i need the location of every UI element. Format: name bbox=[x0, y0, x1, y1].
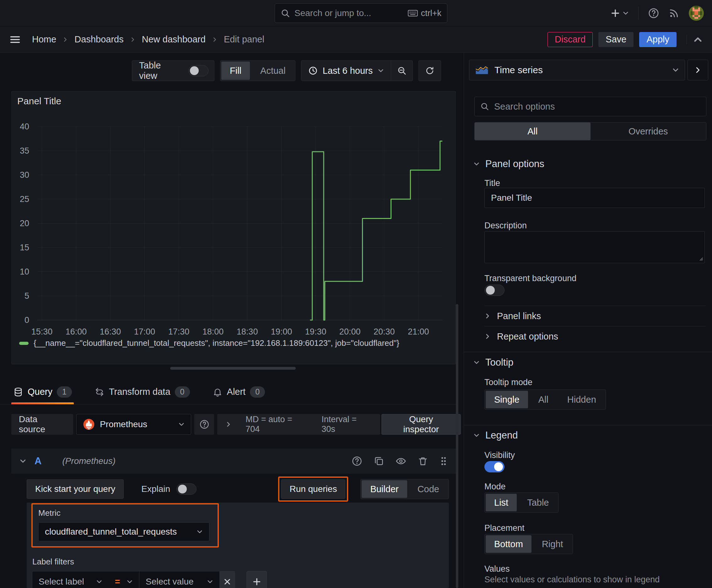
table-view-toggle[interactable] bbox=[188, 65, 209, 76]
panel-options-section-header[interactable]: Panel options bbox=[473, 158, 544, 170]
grafana-edit-panel-page: ctrl+k Home Dashboards New dashboard Edi… bbox=[0, 0, 712, 588]
search-field[interactable] bbox=[295, 8, 404, 18]
tab-overrides[interactable]: Overrides bbox=[590, 123, 706, 140]
time-series-viz-icon bbox=[475, 65, 489, 75]
query-inspector-button[interactable]: Query inspector bbox=[382, 414, 461, 435]
query-datasource-hint: (Prometheus) bbox=[62, 456, 115, 466]
search-options-input[interactable] bbox=[474, 97, 706, 116]
label-filter-row: Select label = Select value bbox=[32, 571, 449, 588]
resize-grip-icon[interactable] bbox=[698, 256, 703, 261]
select-label-dropdown[interactable]: Select label bbox=[32, 571, 109, 588]
svg-text:16:00: 16:00 bbox=[66, 327, 87, 336]
save-button[interactable]: Save bbox=[598, 32, 633, 47]
svg-text:16:30: 16:30 bbox=[100, 327, 121, 336]
legend-placement-bottom[interactable]: Bottom bbox=[486, 535, 532, 553]
add-filter-button[interactable] bbox=[246, 571, 267, 588]
duplicate-icon[interactable] bbox=[373, 456, 384, 466]
builder-option[interactable]: Builder bbox=[362, 480, 407, 498]
svg-text:15:30: 15:30 bbox=[31, 327, 53, 336]
time-range-picker[interactable]: Last 6 hours bbox=[301, 66, 391, 76]
eye-icon[interactable] bbox=[395, 456, 406, 466]
operator-dropdown[interactable]: = bbox=[109, 571, 139, 588]
menu-icon[interactable] bbox=[9, 34, 21, 45]
chevron-right-icon bbox=[63, 37, 68, 42]
code-option[interactable]: Code bbox=[408, 479, 449, 499]
discard-button[interactable]: Discard bbox=[547, 32, 593, 47]
explain-toggle[interactable] bbox=[176, 483, 196, 495]
chevron-down-icon bbox=[96, 579, 102, 585]
user-avatar[interactable] bbox=[689, 6, 704, 21]
drag-handle-icon[interactable] bbox=[439, 456, 448, 466]
panel-title-input[interactable] bbox=[484, 188, 705, 208]
refresh-button[interactable] bbox=[418, 60, 441, 81]
chevron-right-icon bbox=[484, 313, 491, 319]
search-options-field[interactable] bbox=[494, 102, 700, 112]
prometheus-logo-icon bbox=[83, 418, 95, 430]
scrollbar-thumb[interactable] bbox=[456, 304, 458, 588]
search-icon bbox=[480, 102, 489, 111]
tooltip-section-header[interactable]: Tooltip bbox=[473, 357, 514, 368]
global-search-input[interactable]: ctrl+k bbox=[275, 3, 447, 23]
visualization-picker[interactable]: Time series bbox=[469, 60, 685, 80]
fill-option[interactable]: Fill bbox=[221, 62, 250, 80]
legend-placement-right[interactable]: Right bbox=[533, 534, 573, 554]
zoom-out-button[interactable] bbox=[391, 61, 412, 81]
metric-select[interactable]: cloudflared_tunnel_total_requests bbox=[38, 522, 209, 541]
chevron-down-icon bbox=[473, 432, 480, 439]
breadcrumb-home[interactable]: Home bbox=[32, 34, 56, 45]
collapse-options-pane-button[interactable] bbox=[687, 35, 703, 44]
breadcrumb-new-dashboard[interactable]: New dashboard bbox=[142, 34, 206, 45]
datasource-picker[interactable]: Prometheus bbox=[76, 414, 191, 435]
grafana-logo-icon[interactable] bbox=[8, 4, 26, 22]
query-options-summary[interactable]: MD = auto = 704 Interval = 30s bbox=[217, 414, 380, 435]
query-row-header[interactable]: A (Prometheus) bbox=[11, 448, 456, 474]
help-icon[interactable] bbox=[648, 7, 659, 19]
query-section-tabs: Query 1 Transform data 0 Alert 0 bbox=[0, 379, 456, 404]
run-queries-button[interactable]: Run queries bbox=[281, 479, 345, 499]
legend-mode-table[interactable]: Table bbox=[518, 493, 558, 512]
top-right-actions bbox=[610, 0, 704, 26]
legend-mode-list[interactable]: List bbox=[486, 494, 517, 511]
repeat-options-collapse[interactable]: Repeat options bbox=[484, 326, 706, 346]
tab-alert[interactable]: Alert 0 bbox=[211, 379, 267, 404]
transform-count-badge: 0 bbox=[175, 386, 190, 398]
select-value-dropdown[interactable]: Select value bbox=[139, 571, 219, 588]
tab-transform-data[interactable]: Transform data 0 bbox=[93, 379, 192, 404]
panel-description-textarea[interactable] bbox=[484, 231, 705, 263]
tooltip-hidden-option[interactable]: Hidden bbox=[558, 390, 606, 409]
news-icon[interactable] bbox=[669, 8, 679, 19]
remove-filter-button[interactable] bbox=[219, 571, 235, 588]
apply-button[interactable]: Apply bbox=[639, 32, 676, 47]
add-new-button[interactable] bbox=[610, 8, 629, 18]
tooltip-all-option[interactable]: All bbox=[529, 390, 558, 409]
visualization-picker-row: Time series bbox=[469, 60, 708, 80]
label-filters-label: Label filters bbox=[33, 557, 449, 567]
time-controls: Last 6 hours bbox=[301, 60, 413, 81]
actual-option[interactable]: Actual bbox=[251, 61, 295, 81]
search-icon bbox=[281, 8, 290, 18]
legend-series-label[interactable]: {__name__="cloudflared_tunnel_total_requ… bbox=[34, 338, 399, 348]
legend-visibility-toggle[interactable] bbox=[484, 461, 504, 472]
chart-legend: {__name__="cloudflared_tunnel_total_requ… bbox=[19, 338, 399, 348]
help-icon[interactable] bbox=[352, 456, 362, 466]
fill-actual-switch: Fill Actual bbox=[220, 60, 296, 81]
tooltip-single-option[interactable]: Single bbox=[486, 391, 528, 408]
time-series-chart[interactable]: 051015202530354015:3016:0016:3017:0017:3… bbox=[12, 91, 455, 336]
tab-all[interactable]: All bbox=[475, 123, 590, 140]
datasource-help-button[interactable] bbox=[194, 414, 214, 435]
tab-query[interactable]: Query 1 bbox=[11, 379, 74, 404]
all-overrides-tabs: All Overrides bbox=[474, 122, 706, 141]
top-nav-bar: ctrl+k bbox=[0, 0, 712, 26]
kick-start-query-button[interactable]: Kick start your query bbox=[27, 479, 124, 499]
transparent-bg-toggle[interactable] bbox=[484, 285, 504, 296]
clock-icon bbox=[308, 66, 318, 76]
breadcrumb-dashboards[interactable]: Dashboards bbox=[74, 34, 123, 45]
panel-links-collapse[interactable]: Panel links bbox=[484, 306, 706, 326]
trash-icon[interactable] bbox=[417, 456, 428, 466]
svg-text:20:30: 20:30 bbox=[373, 327, 395, 336]
legend-section-header[interactable]: Legend bbox=[473, 430, 518, 441]
expand-viz-list-button[interactable] bbox=[688, 60, 708, 80]
panel-resize-handle[interactable] bbox=[170, 367, 296, 370]
chevron-down-icon[interactable] bbox=[19, 458, 26, 465]
explain-control: Explain bbox=[141, 483, 196, 495]
